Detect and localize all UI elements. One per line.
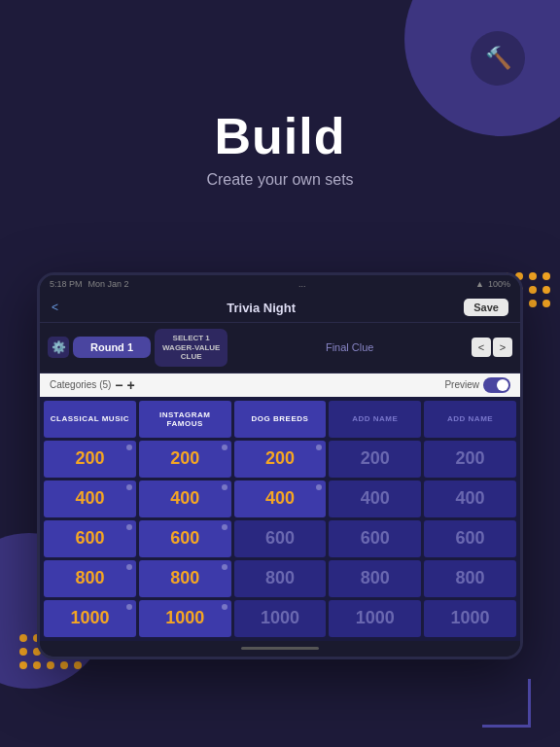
page-subtitle: Create your own sets [0,171,560,189]
hammer-button[interactable]: 🔨 [471,31,525,86]
category-header[interactable]: INSTAGRAM FAMOUS [139,401,231,438]
gear-button[interactable]: ⚙️ [48,337,69,358]
save-button[interactable]: Save [464,299,508,316]
cell-r1-c4[interactable]: 400 [424,480,516,517]
back-button[interactable]: < [52,301,58,314]
cell-dot [222,564,228,570]
cell-r0-c1[interactable]: 200 [139,441,231,478]
app-title: Trivia Night [227,301,296,315]
tabs-row: ⚙️ Round 1 SELECT 1WAGER-VALUECLUE Final… [40,323,520,374]
cell-dot [316,445,322,450]
cell-r4-c0[interactable]: 1000 [44,600,136,637]
cell-r3-c0[interactable]: 800 [44,560,136,597]
battery-status: 100% [488,279,510,289]
cell-r4-c2[interactable]: 1000 [234,600,327,637]
cell-r3-c4[interactable]: 800 [424,560,516,597]
status-dots: ... [298,279,306,289]
tab-final-clue[interactable]: Final Clue [231,337,468,358]
cell-dot [126,524,132,530]
prev-arrow[interactable]: < [472,338,491,357]
preview-toggle[interactable] [483,377,510,393]
status-left: 5:18 PM Mon Jan 2 [50,279,129,289]
cell-r3-c2[interactable]: 800 [234,560,327,597]
add-category-btn[interactable]: − [115,377,122,393]
categories-bar: Categories (5) − + Preview [40,374,520,397]
home-bar [241,647,319,650]
cell-r2-c1[interactable]: 600 [139,520,231,557]
game-grid: CLASSICAL MUSICINSTAGRAM FAMOUSDOG BREED… [40,397,520,641]
tab-wager[interactable]: SELECT 1WAGER-VALUECLUE [155,329,228,367]
category-header[interactable]: CLASSICAL MUSIC [44,401,136,438]
cell-dot [222,484,228,490]
cell-dot [222,604,228,610]
app-header: < Trivia Night Save [40,293,520,323]
cell-r0-c4[interactable]: 200 [424,441,516,478]
hammer-icon: 🔨 [485,46,511,71]
home-indicator [40,641,520,657]
page-header: Build Create your own sets [0,107,560,189]
cell-r0-c2[interactable]: 200 [234,441,327,478]
preview-label: Preview [444,379,479,390]
cell-dot [126,564,132,570]
preview-toggle-row: Preview [444,377,510,393]
category-header[interactable]: ADD NAME [329,401,421,438]
cell-dot [126,604,132,610]
cell-dot [222,445,228,450]
cell-r4-c1[interactable]: 1000 [139,600,231,637]
next-arrow[interactable]: > [493,338,512,357]
bottom-bracket-decoration [482,679,531,728]
cell-r1-c0[interactable]: 400 [44,480,136,517]
category-header[interactable]: ADD NAME [424,401,516,438]
device-frame: 5:18 PM Mon Jan 2 ... ▲ 100% < Trivia Ni… [37,272,523,659]
cell-dot [316,484,322,490]
cell-dot [126,484,132,490]
status-time: 5:18 PM [50,279,83,289]
cell-r2-c3[interactable]: 600 [329,520,421,557]
cell-dot [222,524,228,530]
cell-r2-c0[interactable]: 600 [44,520,136,557]
cell-r3-c3[interactable]: 800 [329,560,421,597]
page-title: Build [0,107,560,165]
category-header[interactable]: DOG BREEDS [234,401,327,438]
cell-r1-c3[interactable]: 400 [329,480,421,517]
cell-r0-c3[interactable]: 200 [329,441,421,478]
cell-r1-c1[interactable]: 400 [139,480,231,517]
cell-r2-c2[interactable]: 600 [234,520,327,557]
nav-arrows: < > [472,338,512,357]
cell-r2-c4[interactable]: 600 [424,520,516,557]
cell-r1-c2[interactable]: 400 [234,480,327,517]
status-right: ▲ 100% [475,279,510,289]
wifi-icon: ▲ [475,279,484,289]
status-date: Mon Jan 2 [88,279,129,289]
cell-r3-c1[interactable]: 800 [139,560,231,597]
cell-dot [126,445,132,450]
tab-round1[interactable]: Round 1 [73,337,151,358]
cell-r4-c4[interactable]: 1000 [424,600,516,637]
categories-label: Categories (5) [50,379,111,390]
status-bar: 5:18 PM Mon Jan 2 ... ▲ 100% [40,275,520,293]
remove-category-btn[interactable]: + [127,377,135,393]
cell-r0-c0[interactable]: 200 [44,441,136,478]
cell-r4-c3[interactable]: 1000 [329,600,421,637]
categories-count: Categories (5) − + [50,377,135,393]
gear-icon: ⚙️ [52,340,66,354]
